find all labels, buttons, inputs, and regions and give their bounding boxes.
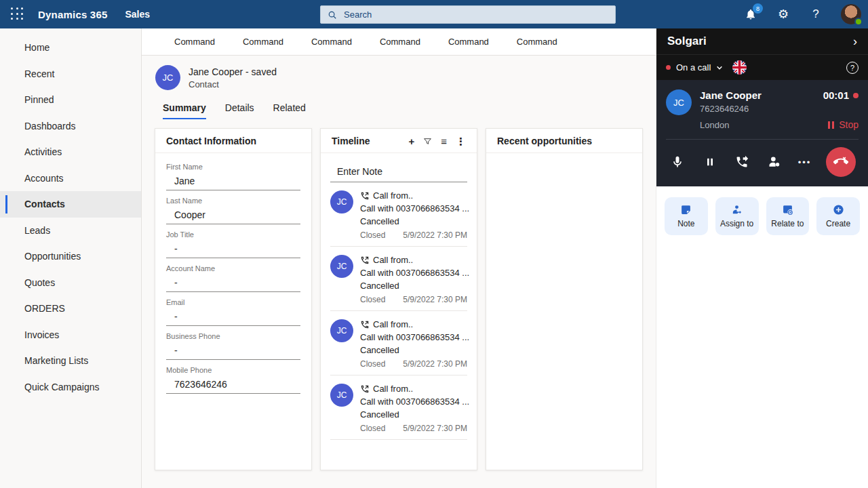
end-call-button[interactable]	[826, 147, 856, 177]
sidebar-item-home[interactable]: Home	[0, 35, 141, 61]
entry-avatar: JC	[330, 319, 353, 342]
entry-date: 5/9/2022 7:30 PM	[403, 230, 467, 240]
stop-label: Stop	[839, 119, 859, 130]
relate-icon	[782, 204, 793, 216]
mute-button[interactable]	[669, 153, 686, 171]
timeline-title: Timeline	[332, 136, 408, 146]
call-action-buttons: Note Assign to Relate to	[656, 186, 868, 246]
sidebar-item-recent[interactable]: Recent	[0, 61, 141, 87]
caller-location: London	[700, 120, 815, 130]
call-timer: 00:01	[823, 89, 849, 101]
command-bar: Command Command Command Command Command …	[142, 28, 656, 56]
notifications-button[interactable]: 8	[743, 7, 758, 22]
entry-description: Call with 0037066863534 ...	[360, 332, 467, 342]
record-title: Jane Cooper - saved	[189, 66, 277, 77]
uk-flag-icon[interactable]	[732, 60, 747, 75]
entry-state: Cancelled	[360, 345, 467, 355]
sidebar-item-leads[interactable]: Leads	[0, 218, 141, 244]
phone-forward-icon	[735, 155, 749, 169]
enter-note-input[interactable]	[330, 161, 467, 182]
create-plus-icon	[833, 204, 844, 216]
entry-date: 5/9/2022 7:30 PM	[403, 359, 467, 369]
sidebar-item-pinned[interactable]: Pinned	[0, 87, 141, 113]
more-options-icon[interactable]: •••	[798, 157, 812, 167]
sidebar-item-dashboards[interactable]: Dashboards	[0, 113, 141, 140]
tab-related[interactable]: Related	[273, 102, 306, 119]
add-participant-button[interactable]	[766, 153, 783, 171]
solgari-header: Solgari ›	[656, 28, 868, 54]
app-area-title[interactable]: Sales	[125, 9, 150, 20]
entry-subject: Call from..	[373, 255, 413, 265]
field-value[interactable]: 7623646246	[166, 374, 300, 394]
notification-badge: 8	[753, 3, 763, 14]
contact-information-card: Contact Information First Name Jane Last…	[155, 128, 312, 470]
field-value[interactable]: -	[166, 306, 300, 326]
person-add-icon	[768, 155, 781, 169]
field-value[interactable]: -	[166, 272, 300, 292]
add-timeline-record-icon[interactable]: +	[408, 136, 414, 146]
field-value[interactable]: -	[166, 340, 300, 360]
action-label: Assign to	[720, 219, 753, 228]
sidebar-item-orders[interactable]: ORDERS	[0, 296, 141, 322]
sidebar-item-accounts[interactable]: Accounts	[0, 165, 141, 192]
main-content: Command Command Command Command Command …	[142, 28, 656, 488]
stop-recording-button[interactable]: Stop	[828, 119, 859, 130]
field-label: Account Name	[166, 264, 300, 272]
filter-icon[interactable]	[423, 137, 432, 146]
command-button-6[interactable]: Command	[517, 37, 557, 47]
entry-subject: Call from..	[373, 190, 413, 201]
chevron-down-icon[interactable]	[716, 64, 723, 71]
sidebar-item-contacts[interactable]: Contacts	[0, 191, 141, 218]
caller-phone-number: 7623646246	[700, 104, 815, 114]
sort-records-icon[interactable]: ≡	[441, 136, 447, 146]
tab-summary[interactable]: Summary	[163, 102, 206, 119]
pause-icon	[705, 157, 715, 167]
transfer-call-button[interactable]	[733, 153, 751, 171]
field-label: Last Name	[166, 197, 300, 205]
call-controls: •••	[666, 147, 859, 177]
agent-status-dropdown[interactable]: On a call	[676, 62, 711, 73]
user-avatar[interactable]	[841, 4, 861, 24]
sidebar-item-opportunities[interactable]: Opportunities	[0, 243, 141, 270]
caller-name: Jane Cooper	[700, 89, 815, 101]
app-launcher-icon[interactable]	[11, 7, 24, 21]
command-button-3[interactable]: Command	[311, 37, 352, 47]
timeline-entry[interactable]: JC Call from.. Call with 0037066863534 .…	[330, 375, 467, 440]
field-value[interactable]: -	[166, 239, 300, 258]
entry-status: Closed	[360, 359, 385, 369]
help-button[interactable]: ?	[808, 7, 823, 22]
command-button-2[interactable]: Command	[243, 37, 283, 47]
relate-to-button[interactable]: Relate to	[766, 197, 810, 235]
hold-button[interactable]	[701, 153, 719, 171]
sidebar-item-marketing-lists[interactable]: Marketing Lists	[0, 348, 141, 374]
sidebar-item-quotes[interactable]: Quotes	[0, 270, 141, 296]
search-input[interactable]	[344, 9, 601, 20]
global-search[interactable]	[320, 5, 616, 24]
field-value[interactable]: Cooper	[166, 205, 300, 224]
command-button-1[interactable]: Command	[174, 37, 215, 47]
tab-details[interactable]: Details	[225, 102, 254, 119]
sidebar-item-invoices[interactable]: Invoices	[0, 322, 141, 348]
field-label: First Name	[166, 163, 300, 171]
sidebar-item-activities[interactable]: Activities	[0, 139, 141, 165]
timeline-entry[interactable]: JC Call from.. Call with 0037066863534 .…	[330, 182, 467, 247]
settings-button[interactable]: ⚙	[776, 7, 791, 22]
note-icon	[680, 204, 692, 216]
assign-to-button[interactable]: Assign to	[715, 197, 759, 235]
contact-avatar: JC	[155, 65, 180, 90]
more-commands-icon[interactable]: ⋮	[456, 136, 466, 146]
timeline-entry[interactable]: JC Call from.. Call with 0037066863534 .…	[330, 311, 467, 375]
entry-description: Call with 0037066863534 ...	[360, 203, 467, 214]
timeline-entry[interactable]: JC Call from.. Call with 0037066863534 .…	[330, 247, 467, 311]
entry-status: Closed	[360, 230, 385, 240]
caller-avatar: JC	[666, 89, 692, 115]
note-button[interactable]: Note	[665, 197, 708, 235]
create-button[interactable]: Create	[816, 197, 860, 235]
command-button-4[interactable]: Command	[380, 37, 420, 47]
command-button-5[interactable]: Command	[448, 37, 489, 47]
collapse-panel-icon[interactable]: ›	[853, 35, 857, 47]
sidebar-item-quick-campaigns[interactable]: Quick Campaigns	[0, 374, 141, 401]
help-bubble-icon[interactable]: ?	[846, 62, 859, 74]
field-value[interactable]: Jane	[166, 171, 300, 190]
entry-status: Closed	[360, 424, 385, 433]
